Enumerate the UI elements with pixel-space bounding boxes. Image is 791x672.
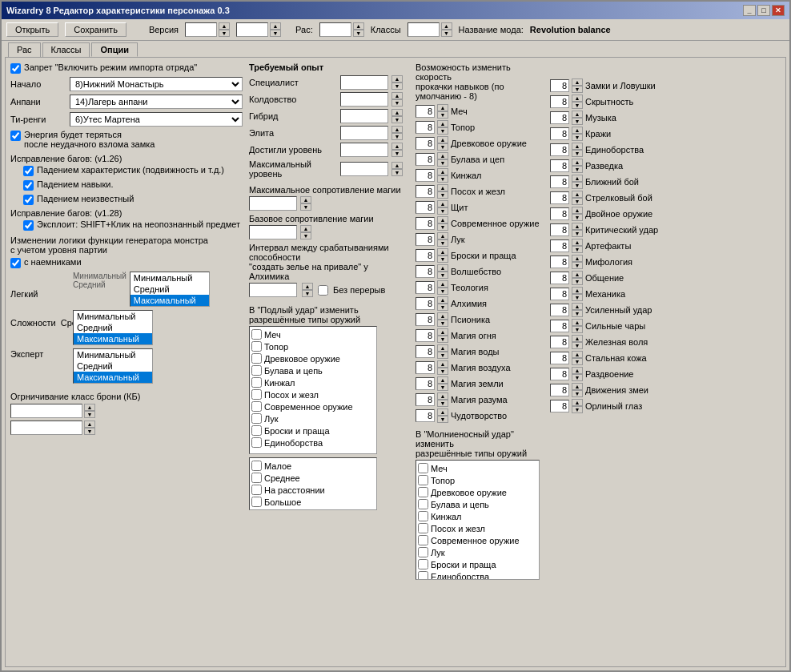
left-skill-down-11[interactable]: ▼ bbox=[437, 288, 448, 295]
exp-mid[interactable]: Средний bbox=[74, 360, 152, 372]
right-skill-up-9[interactable]: ▲ bbox=[572, 223, 583, 230]
right-skill-down-19[interactable]: ▼ bbox=[572, 390, 583, 397]
right-skill-down-0[interactable]: ▼ bbox=[572, 86, 583, 93]
right-skill-input-19[interactable] bbox=[550, 384, 569, 396]
left-skill-down-1[interactable]: ▼ bbox=[437, 127, 448, 135]
left-skill-down-19[interactable]: ▼ bbox=[437, 416, 448, 423]
reached-up[interactable]: ▲ bbox=[391, 143, 403, 150]
left-skill-input-1[interactable] bbox=[416, 121, 435, 134]
left-skill-down-17[interactable]: ▼ bbox=[437, 384, 448, 391]
classes-up[interactable]: ▲ bbox=[441, 22, 452, 30]
ras-input[interactable]: 11 bbox=[319, 22, 351, 37]
kb-down1[interactable]: ▼ bbox=[84, 411, 95, 418]
left-skill-down-0[interactable]: ▼ bbox=[437, 111, 448, 119]
ras-up[interactable]: ▲ bbox=[353, 22, 364, 30]
specialist-input[interactable]: 1000 bbox=[340, 75, 388, 90]
right-skill-up-0[interactable]: ▲ bbox=[572, 78, 583, 86]
med-mid[interactable]: Средний bbox=[74, 322, 152, 333]
left-skill-down-18[interactable]: ▼ bbox=[437, 400, 448, 407]
interval-up[interactable]: ▲ bbox=[302, 283, 313, 290]
med-max[interactable]: Максимальный bbox=[74, 333, 152, 344]
left-skill-input-14[interactable] bbox=[416, 329, 435, 342]
left-skill-down-10[interactable]: ▼ bbox=[437, 272, 448, 279]
ras-down[interactable]: ▼ bbox=[353, 30, 364, 37]
kb-down2[interactable]: ▼ bbox=[84, 428, 95, 435]
open-button[interactable]: Открыть bbox=[6, 22, 58, 37]
version-input1[interactable]: 1 bbox=[185, 22, 217, 37]
right-skill-up-5[interactable]: ▲ bbox=[572, 159, 583, 166]
left-skill-up-7[interactable]: ▲ bbox=[437, 216, 448, 223]
kb-input2[interactable]: -10000000 bbox=[10, 421, 82, 435]
left-skill-input-3[interactable] bbox=[416, 153, 435, 166]
left-skill-up-18[interactable]: ▲ bbox=[437, 392, 448, 400]
right-skill-up-2[interactable]: ▲ bbox=[572, 111, 583, 118]
hybrid-input[interactable]: 1400 bbox=[340, 109, 388, 123]
kb-input1[interactable]: 100000000 bbox=[10, 404, 82, 418]
exp-max[interactable]: Максимальный bbox=[74, 372, 152, 383]
bug4-checkbox[interactable] bbox=[23, 220, 34, 231]
left-skill-input-11[interactable] bbox=[416, 281, 435, 294]
left-skill-input-6[interactable] bbox=[416, 201, 435, 214]
left-skill-down-4[interactable]: ▼ bbox=[437, 175, 448, 183]
right-skill-down-17[interactable]: ▼ bbox=[572, 358, 583, 365]
classes-down[interactable]: ▼ bbox=[441, 30, 452, 37]
right-skill-input-12[interactable] bbox=[550, 272, 569, 284]
maxlevel-input[interactable]: 50 bbox=[340, 162, 388, 176]
right-skill-down-15[interactable]: ▼ bbox=[572, 326, 583, 333]
exp-min[interactable]: Минимальный bbox=[74, 349, 152, 360]
left-skill-up-3[interactable]: ▲ bbox=[437, 152, 448, 159]
base-magic-input[interactable]: 25 bbox=[249, 225, 297, 239]
start-combo[interactable]: 8)Нижний Монастырь bbox=[70, 77, 243, 91]
right-skill-down-10[interactable]: ▼ bbox=[572, 246, 583, 253]
tab-classes[interactable]: Классы bbox=[42, 42, 90, 57]
right-skill-input-5[interactable] bbox=[550, 159, 569, 172]
left-skill-up-16[interactable]: ▲ bbox=[437, 360, 448, 368]
expert-listbox[interactable]: Минимальный Средний Максимальный bbox=[73, 348, 153, 384]
save-button[interactable]: Сохранить bbox=[65, 22, 126, 37]
left-skill-input-5[interactable] bbox=[416, 185, 435, 198]
right-skill-input-15[interactable] bbox=[550, 320, 569, 332]
left-skill-up-15[interactable]: ▲ bbox=[437, 344, 448, 352]
right-skill-down-4[interactable]: ▼ bbox=[572, 150, 583, 157]
right-skill-down-2[interactable]: ▼ bbox=[572, 118, 583, 125]
reached-down[interactable]: ▼ bbox=[391, 150, 403, 157]
right-skill-down-14[interactable]: ▼ bbox=[572, 310, 583, 317]
left-skill-down-5[interactable]: ▼ bbox=[437, 191, 448, 199]
right-skill-down-8[interactable]: ▼ bbox=[572, 214, 583, 221]
right-skill-down-20[interactable]: ▼ bbox=[572, 406, 583, 413]
right-skill-up-16[interactable]: ▲ bbox=[572, 335, 583, 342]
reached-input[interactable]: 10 bbox=[340, 143, 388, 157]
energy-checkbox[interactable] bbox=[10, 131, 21, 141]
right-skill-input-1[interactable] bbox=[550, 95, 569, 108]
left-skill-up-19[interactable]: ▲ bbox=[437, 408, 448, 416]
right-skill-input-16[interactable] bbox=[550, 336, 569, 348]
base-magic-up[interactable]: ▲ bbox=[300, 225, 311, 232]
right-skill-input-6[interactable] bbox=[550, 175, 569, 188]
version-up2[interactable]: ▲ bbox=[270, 22, 281, 30]
mercenary-checkbox[interactable] bbox=[10, 258, 21, 268]
lightning-weapon-list[interactable]: Меч Топор Древковое оружие Булава и цепь… bbox=[416, 460, 540, 580]
max-magic-up[interactable]: ▲ bbox=[300, 196, 311, 203]
kb-up2[interactable]: ▲ bbox=[84, 421, 95, 428]
right-skill-down-5[interactable]: ▼ bbox=[572, 166, 583, 173]
left-skill-input-13[interactable] bbox=[416, 313, 435, 326]
easy-min[interactable]: Минимальный bbox=[130, 272, 209, 284]
right-skill-up-6[interactable]: ▲ bbox=[572, 175, 583, 182]
left-skill-down-12[interactable]: ▼ bbox=[437, 304, 448, 311]
minimize-button[interactable]: _ bbox=[743, 5, 756, 16]
left-skill-input-7[interactable] bbox=[416, 217, 435, 230]
version-down1[interactable]: ▼ bbox=[219, 30, 230, 37]
specialist-up[interactable]: ▲ bbox=[391, 75, 403, 82]
left-skill-input-16[interactable] bbox=[416, 361, 435, 374]
left-skill-up-2[interactable]: ▲ bbox=[437, 136, 448, 143]
right-skill-down-9[interactable]: ▼ bbox=[572, 230, 583, 237]
left-skill-input-2[interactable] bbox=[416, 137, 435, 150]
magic-input[interactable]: 1200 bbox=[340, 92, 388, 107]
left-skill-up-14[interactable]: ▲ bbox=[437, 328, 448, 336]
easy-max[interactable]: Максимальный bbox=[130, 295, 209, 306]
left-skill-input-9[interactable] bbox=[416, 249, 435, 262]
right-skill-down-18[interactable]: ▼ bbox=[572, 374, 583, 381]
left-skill-down-16[interactable]: ▼ bbox=[437, 368, 448, 375]
no-break-checkbox[interactable] bbox=[318, 285, 328, 296]
close-button[interactable]: ✕ bbox=[772, 5, 785, 16]
